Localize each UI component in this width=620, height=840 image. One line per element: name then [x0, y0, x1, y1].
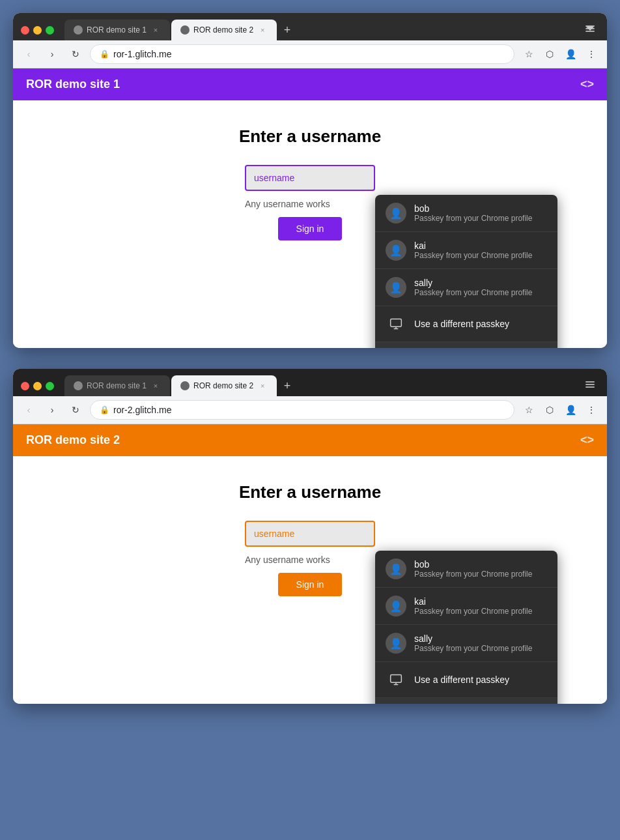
site-header-1: ROR demo site 1 <> — [13, 68, 607, 100]
passkey-name-sally-1: sally — [414, 278, 532, 288]
titlebar-2: ROR demo site 1 × ROR demo site 2 × + — [13, 369, 607, 396]
tab-1-site1[interactable]: ROR demo site 1 × — [64, 20, 170, 40]
svg-rect-0 — [585, 25, 595, 27]
passkey-item-sally-1[interactable]: 👤 sally Passkey from your Chrome profile — [375, 269, 557, 306]
tab-overflow-2[interactable] — [581, 375, 599, 394]
passkey-name-bob-1: bob — [414, 203, 532, 214]
any-username-text-1: Any username works — [245, 199, 330, 209]
manage-passwords-1[interactable]: Manage passwords and passkeys... G🔑 — [375, 342, 557, 348]
passkey-item-bob-1[interactable]: 👤 bob Passkey from your Chrome profile — [375, 195, 557, 232]
code-icon-2[interactable]: <> — [580, 433, 594, 447]
bookmark-button-2[interactable]: ☆ — [520, 401, 538, 419]
maximize-button-1[interactable] — [46, 26, 54, 35]
browser-window-2: ROR demo site 1 × ROR demo site 2 × + ‹ … — [13, 369, 607, 704]
passkey-sub-bob-2: Passkey from your Chrome profile — [414, 570, 532, 579]
passkey-info-sally-2: sally Passkey from your Chrome profile — [414, 633, 532, 653]
site-title-1: ROR demo site 1 — [26, 78, 120, 91]
nav-actions-1: ☆ ⬡ 👤 ⋮ — [520, 45, 600, 63]
username-input-2[interactable] — [245, 521, 375, 547]
passkey-info-bob-2: bob Passkey from your Chrome profile — [414, 559, 532, 579]
page-content-1: Enter a username 👤 bob Passkey from your… — [13, 100, 607, 348]
window-controls-1 — [21, 26, 54, 35]
refresh-button-2[interactable]: ↻ — [66, 401, 85, 419]
url-text-1: ror-1.glitch.me — [113, 49, 505, 59]
minimize-button-1[interactable] — [33, 26, 42, 35]
close-button-2[interactable] — [21, 382, 29, 390]
passkey-info-sally-1: sally Passkey from your Chrome profile — [414, 278, 532, 297]
user-avatar-sally-2: 👤 — [386, 633, 406, 654]
passkey-item-kai-1[interactable]: 👤 kai Passkey from your Chrome profile — [375, 232, 557, 269]
tab-label-2: ROR demo site 2 — [193, 25, 253, 35]
tab-close-4[interactable]: × — [257, 381, 268, 391]
forward-button-2[interactable]: › — [43, 401, 61, 419]
tabs-bar-2: ROR demo site 1 × ROR demo site 2 × + — [64, 375, 599, 396]
close-button-1[interactable] — [21, 26, 29, 35]
menu-button-1[interactable]: ⋮ — [582, 45, 600, 63]
passkey-item-sally-2[interactable]: 👤 sally Passkey from your Chrome profile — [375, 625, 557, 662]
signin-button-1[interactable]: Sign in — [278, 217, 343, 240]
username-input-wrapper-2: 👤 bob Passkey from your Chrome profile 👤… — [245, 521, 375, 547]
site-header-2: ROR demo site 2 <> — [13, 424, 607, 456]
tab-2-site1[interactable]: ROR demo site 1 × — [64, 375, 170, 396]
code-icon-1[interactable]: <> — [580, 78, 594, 91]
tab-overflow-1[interactable] — [581, 20, 599, 38]
address-bar-1[interactable]: 🔒 ror-1.glitch.me — [90, 44, 514, 64]
manage-passwords-2[interactable]: Manage passwords and passkeys... G🔑 — [375, 698, 557, 704]
user-avatar-bob-2: 👤 — [386, 558, 406, 579]
navbar-2: ‹ › ↻ 🔒 ror-2.glitch.me ☆ ⬡ 👤 ⋮ — [13, 396, 607, 424]
maximize-button-2[interactable] — [46, 382, 54, 390]
extension-button-2[interactable]: ⬡ — [541, 401, 559, 419]
passkey-dropdown-2: 👤 bob Passkey from your Chrome profile 👤… — [375, 551, 557, 704]
use-different-passkey-2[interactable]: Use a different passkey — [375, 662, 557, 698]
passkey-info-bob-1: bob Passkey from your Chrome profile — [414, 203, 532, 223]
use-different-label-2: Use a different passkey — [414, 674, 509, 685]
tab-favicon-4 — [180, 381, 190, 390]
passkey-info-kai-2: kai Passkey from your Chrome profile — [414, 596, 532, 616]
tab-favicon-1 — [74, 25, 83, 35]
svg-rect-7 — [585, 384, 595, 385]
use-different-passkey-1[interactable]: Use a different passkey — [375, 306, 557, 342]
navbar-1: ‹ › ↻ 🔒 ror-1.glitch.me ☆ ⬡ 👤 ⋮ — [13, 40, 607, 68]
svg-rect-2 — [585, 31, 595, 32]
tab-close-3[interactable]: × — [150, 381, 161, 391]
forward-button-1[interactable]: › — [43, 45, 61, 63]
passkey-dropdown-1: 👤 bob Passkey from your Chrome profile 👤… — [375, 195, 557, 348]
form-area-1: 👤 bob Passkey from your Chrome profile 👤… — [26, 165, 594, 240]
passkey-sub-bob-1: Passkey from your Chrome profile — [414, 214, 532, 223]
extension-button-1[interactable]: ⬡ — [541, 45, 559, 63]
url-text-2: ror-2.glitch.me — [113, 405, 505, 415]
svg-rect-1 — [585, 28, 595, 29]
new-tab-button-2[interactable]: + — [278, 377, 296, 395]
username-input-1[interactable] — [245, 165, 375, 191]
address-bar-2[interactable]: 🔒 ror-2.glitch.me — [90, 400, 514, 420]
tab-2-site2[interactable]: ROR demo site 2 × — [171, 375, 277, 396]
tab-close-1[interactable]: × — [150, 25, 161, 35]
profile-button-2[interactable]: 👤 — [561, 401, 580, 419]
any-username-text-2: Any username works — [245, 555, 330, 565]
svg-rect-9 — [391, 675, 402, 683]
passkey-item-bob-2[interactable]: 👤 bob Passkey from your Chrome profile — [375, 551, 557, 588]
user-avatar-sally-1: 👤 — [386, 277, 406, 298]
back-button-2[interactable]: ‹ — [20, 401, 38, 419]
passkey-sub-kai-2: Passkey from your Chrome profile — [414, 607, 532, 616]
passkey-name-kai-1: kai — [414, 240, 532, 251]
minimize-button-2[interactable] — [33, 382, 42, 390]
svg-rect-3 — [391, 319, 402, 327]
window-controls-2 — [21, 382, 54, 390]
passkey-sub-sally-1: Passkey from your Chrome profile — [414, 288, 532, 297]
passkey-item-kai-2[interactable]: 👤 kai Passkey from your Chrome profile — [375, 588, 557, 625]
back-button-1[interactable]: ‹ — [20, 45, 38, 63]
tab-1-site2[interactable]: ROR demo site 2 × — [171, 20, 277, 40]
signin-button-2[interactable]: Sign in — [278, 573, 343, 596]
page-title-1: Enter a username — [26, 126, 594, 147]
profile-button-1[interactable]: 👤 — [561, 45, 580, 63]
user-avatar-bob-1: 👤 — [386, 203, 406, 224]
bookmark-button-1[interactable]: ☆ — [520, 45, 538, 63]
svg-rect-8 — [585, 386, 595, 388]
refresh-button-1[interactable]: ↻ — [66, 45, 85, 63]
new-tab-button-1[interactable]: + — [278, 21, 296, 39]
site-title-2: ROR demo site 2 — [26, 433, 120, 447]
menu-button-2[interactable]: ⋮ — [582, 401, 600, 419]
use-different-label-1: Use a different passkey — [414, 319, 509, 329]
tab-close-2[interactable]: × — [257, 25, 268, 35]
